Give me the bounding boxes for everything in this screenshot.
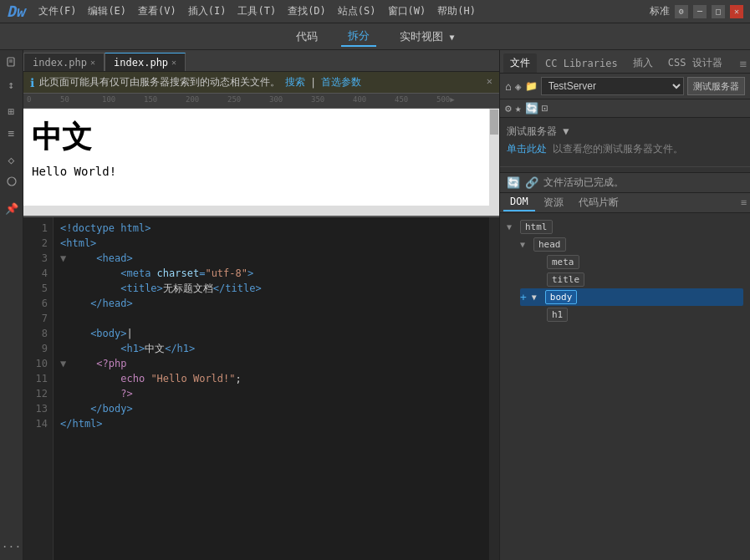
menu-edit[interactable]: 编辑(E) bbox=[83, 3, 131, 20]
dom-tab-snippets[interactable]: 代码片断 bbox=[572, 193, 625, 212]
title-bar: Dw 文件(F) 编辑(E) 查看(V) 插入(I) 工具(T) 查找(D) 站… bbox=[0, 0, 750, 23]
menu-help[interactable]: 帮助(H) bbox=[432, 3, 481, 20]
notice-search-link[interactable]: 搜索 bbox=[285, 75, 305, 89]
sidebar-icon-layers[interactable]: ≡ bbox=[3, 124, 21, 142]
code-line-7 bbox=[60, 311, 492, 326]
maximize-button[interactable]: □ bbox=[712, 5, 725, 18]
activity-link-icon[interactable]: 🔗 bbox=[525, 176, 538, 189]
info-icon: ℹ bbox=[30, 76, 34, 89]
preview-pane[interactable]: 中文 Hello World! bbox=[23, 109, 499, 217]
dom-h1[interactable]: ▶ h1 bbox=[533, 306, 743, 323]
test-server-label: 测试服务器 ▼ bbox=[500, 121, 750, 140]
server-icon-home[interactable]: ⌂ bbox=[505, 80, 512, 93]
dom-arrow-head[interactable]: ▼ bbox=[520, 240, 530, 249]
sidebar-icon-style[interactable] bbox=[3, 172, 21, 191]
menu-file[interactable]: 文件(F) bbox=[33, 3, 82, 20]
menu-find[interactable]: 查找(D) bbox=[283, 3, 331, 20]
test-server-link[interactable]: 单击此处 bbox=[507, 143, 547, 155]
code-line-4: <meta charset="utf-8"> bbox=[60, 266, 492, 281]
tab-index-php-2[interactable]: index.php ✕ bbox=[105, 53, 186, 71]
srv-icon-settings[interactable]: ⚙ bbox=[505, 102, 512, 115]
preview-scrollbar[interactable] bbox=[489, 109, 499, 216]
menu-window[interactable]: 窗口(W) bbox=[383, 3, 431, 20]
ruler-marker-100: 100 bbox=[102, 95, 115, 104]
dom-tree: ▼ html ▼ head ▶ meta ▶ title + ▼ body ▶ bbox=[500, 213, 750, 560]
code-view-button[interactable]: 代码 bbox=[289, 28, 324, 46]
code-pane[interactable]: 1 2 3 4 5 6 7 8 9 10 11 12 13 14 <!docty… bbox=[23, 217, 499, 560]
code-line-13: </body> bbox=[60, 401, 492, 416]
dom-title[interactable]: ▶ title bbox=[533, 271, 743, 288]
live-view-button[interactable]: 实时视图 ▼ bbox=[393, 28, 462, 46]
code-scrollbar[interactable] bbox=[489, 217, 499, 560]
activity-bar: 🔄 🔗 文件活动已完成。 bbox=[500, 172, 750, 193]
panel-tab-files[interactable]: 文件 bbox=[503, 53, 537, 73]
right-panel: 文件 CC Libraries 插入 CSS 设计器 ≡ ⌂ ◈ 📁 TestS… bbox=[499, 50, 750, 560]
ruler-marker-250: 250 bbox=[227, 95, 241, 104]
dom-arrow-body[interactable]: ▼ bbox=[532, 293, 542, 302]
dom-tag-html[interactable]: html bbox=[520, 220, 553, 234]
ruler-marker-450: 450 bbox=[395, 95, 408, 104]
line-num: 3 bbox=[28, 251, 48, 266]
dom-body[interactable]: + ▼ body bbox=[520, 288, 743, 306]
menu-insert[interactable]: 插入(I) bbox=[183, 3, 232, 20]
scrollbar-thumb[interactable] bbox=[490, 109, 498, 135]
dom-tag-body[interactable]: body bbox=[545, 290, 578, 304]
split-view-button[interactable]: 拆分 bbox=[341, 27, 376, 47]
dom-tab-assets[interactable]: 资源 bbox=[537, 193, 570, 212]
panel-menu-icon[interactable]: ≡ bbox=[740, 57, 747, 70]
server-icon-globe[interactable]: ◈ bbox=[515, 80, 522, 93]
left-sidebar: ↕ ⊞ ≡ ◇ 📌 ··· bbox=[0, 50, 23, 560]
dom-menu-icon[interactable]: ≡ bbox=[741, 196, 747, 208]
tab-close-icon[interactable]: ✕ bbox=[90, 58, 95, 67]
main-layout: ↕ ⊞ ≡ ◇ 📌 ··· index.php ✕ index.php ✕ ℹ … bbox=[0, 50, 750, 560]
sidebar-icon-element[interactable]: ◇ bbox=[3, 150, 21, 169]
dom-tag-head[interactable]: head bbox=[533, 237, 566, 252]
test-server-button[interactable]: 测试服务器 bbox=[687, 77, 745, 95]
tab-close-icon-2[interactable]: ✕ bbox=[171, 58, 176, 67]
panel-tab-cc[interactable]: CC Libraries bbox=[538, 55, 625, 72]
line-num: 13 bbox=[28, 401, 48, 416]
menu-tools[interactable]: 工具(T) bbox=[232, 3, 281, 20]
sidebar-icon-more[interactable]: ··· bbox=[3, 537, 21, 555]
dom-tag-title[interactable]: title bbox=[547, 272, 584, 287]
panel-tab-css[interactable]: CSS 设计器 bbox=[661, 53, 729, 73]
activity-refresh-icon[interactable]: 🔄 bbox=[507, 176, 520, 189]
menu-site[interactable]: 站点(S) bbox=[333, 3, 381, 20]
srv-icon-star[interactable]: ★ bbox=[515, 102, 522, 115]
preview-hscrollbar[interactable] bbox=[23, 206, 489, 216]
svg-point-3 bbox=[8, 177, 16, 186]
folder-icon: 📁 bbox=[525, 80, 538, 92]
line-num: 12 bbox=[28, 386, 48, 401]
line-numbers: 1 2 3 4 5 6 7 8 9 10 11 12 13 14 bbox=[23, 217, 54, 560]
sidebar-icon-pin[interactable]: 📌 bbox=[3, 199, 21, 217]
menu-view[interactable]: 查看(V) bbox=[133, 3, 181, 20]
dom-plus-icon[interactable]: + bbox=[520, 291, 527, 303]
notice-params-link[interactable]: 首选参数 bbox=[321, 75, 361, 89]
ruler-marker-150: 150 bbox=[144, 95, 157, 104]
close-button[interactable]: ✕ bbox=[730, 5, 743, 18]
code-line-9: <h1>中文</h1> bbox=[60, 341, 492, 356]
dom-tag-h1[interactable]: h1 bbox=[547, 308, 568, 322]
sidebar-icon-upload[interactable]: ↕ bbox=[3, 75, 21, 94]
dom-meta[interactable]: ▶ meta bbox=[533, 253, 743, 271]
dom-tag-meta[interactable]: meta bbox=[547, 255, 579, 269]
dom-tab-dom[interactable]: DOM bbox=[503, 193, 535, 211]
toolbar-container: 代码 拆分 实时视图 ▼ bbox=[0, 23, 750, 50]
srv-icon-refresh[interactable]: 🔄 bbox=[525, 102, 538, 115]
sidebar-icon-expand[interactable]: ⊞ bbox=[3, 102, 21, 120]
notice-text: 此页面可能具有仅可由服务器搜索到的动态相关文件。 bbox=[39, 75, 280, 89]
server-selector[interactable]: TestServer bbox=[541, 77, 684, 95]
panel-tab-insert[interactable]: 插入 bbox=[626, 53, 660, 73]
ruler-marker-200: 200 bbox=[186, 95, 199, 104]
dom-head[interactable]: ▼ head bbox=[520, 236, 743, 253]
dom-arrow-html[interactable]: ▼ bbox=[507, 222, 517, 232]
srv-icon-layout[interactable]: ⊡ bbox=[542, 102, 548, 115]
notice-close-icon[interactable]: ✕ bbox=[487, 75, 492, 87]
gear-icon[interactable]: ⚙ bbox=[675, 5, 688, 18]
line-num: 11 bbox=[28, 371, 48, 386]
tab-index-php-1[interactable]: index.php ✕ bbox=[23, 53, 105, 71]
minimize-button[interactable]: ─ bbox=[693, 5, 707, 18]
sidebar-icon-file[interactable] bbox=[3, 53, 21, 72]
code-editor[interactable]: <!doctype html> <html> ▼ <head> <meta ch… bbox=[54, 217, 499, 560]
dom-html[interactable]: ▼ html bbox=[507, 218, 743, 236]
